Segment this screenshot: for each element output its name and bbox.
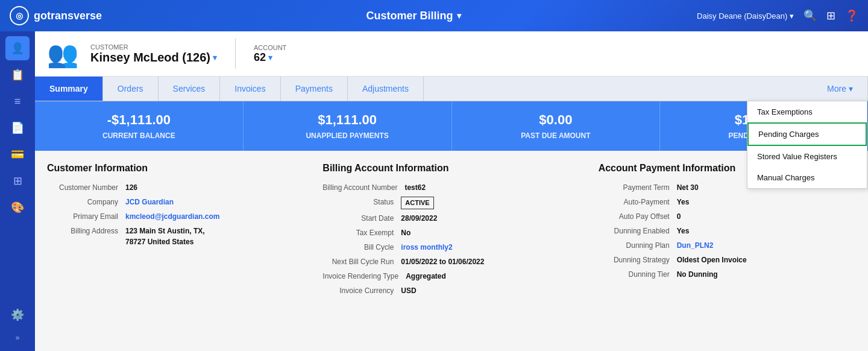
billing-info-section: Billing Account Information Billing Acco… (322, 163, 580, 300)
tab-services[interactable]: Services (159, 77, 221, 101)
more-dropdown-arrow: ▾ (849, 84, 853, 93)
tab-more[interactable]: More ▾ Tax Exemptions Pending Charges St… (813, 77, 868, 101)
info-row-tax-exempt: Tax Exempt No (322, 227, 580, 238)
key-company: Company (47, 197, 125, 207)
key-dunning-tier: Dunning Tier (599, 269, 677, 280)
val-billing-account: test62 (404, 182, 426, 193)
val-status: ACTIVE (401, 197, 433, 209)
val-dunning-tier: No Dunning (677, 269, 718, 280)
more-dropdown-menu: Tax Exemptions Pending Charges Stored Va… (747, 101, 867, 189)
unapplied-payments-amount: $1,111.00 (256, 112, 439, 128)
val-email[interactable]: kmcleod@jcdguardian.com (125, 211, 219, 222)
key-invoice-rendering: Invoice Rendering Type (322, 271, 406, 282)
val-dunning-enabled: Yes (677, 226, 690, 236)
val-next-bill-cycle: 01/05/2022 to 01/06/2022 (401, 256, 484, 267)
sidebar-item-calculator[interactable]: ⊞ (5, 169, 30, 193)
dropdown-item-manual-charges[interactable]: Manual Charges (747, 167, 867, 188)
status-badge: ACTIVE (401, 197, 433, 209)
info-row-dunning-strategy: Dunning Strategy Oldest Open Invoice (599, 255, 856, 265)
sidebar-item-document[interactable]: 📄 (5, 116, 30, 140)
content-area: Customer Information Customer Number 126… (35, 151, 868, 312)
sidebar-expand-button[interactable]: » (5, 329, 30, 346)
val-start-date: 28/09/2022 (401, 213, 437, 224)
nav-title: Customer Billing (366, 10, 453, 22)
tabs-spacer (424, 77, 813, 101)
sidebar-item-gear[interactable]: ⚙️ (5, 303, 30, 327)
sidebar-item-people[interactable]: 👤 (5, 36, 30, 60)
key-bill-cycle: Bill Cycle (322, 242, 401, 253)
val-company[interactable]: JCD Guardian (125, 197, 174, 207)
card-past-due: $0.00 Past Due Amount (452, 101, 661, 151)
info-row-company: Company JCD Guardian (47, 197, 304, 207)
key-payment-term: Payment Term (599, 182, 677, 193)
key-email: Primary Email (47, 211, 125, 222)
user-label[interactable]: Daisy Deane (DaisyDean) ▾ (697, 11, 794, 21)
info-row-invoice-currency: Invoice Currency USD (322, 285, 580, 296)
logo-icon: ◎ (10, 6, 29, 25)
card-current-balance: -$1,111.00 Current Balance (35, 101, 244, 151)
info-row-auto-payment: Auto-Payment Yes (599, 197, 856, 207)
tab-payments[interactable]: Payments (281, 77, 348, 101)
key-tax-exempt: Tax Exempt (322, 227, 401, 238)
val-bill-cycle[interactable]: iross monthly2 (401, 242, 452, 253)
customer-info-section: Customer Information Customer Number 126… (47, 163, 304, 300)
customer-name-text: Kinsey McLeod (126) (90, 51, 210, 65)
dropdown-item-tax-exemptions[interactable]: Tax Exemptions (747, 101, 867, 122)
tab-summary[interactable]: Summary (35, 77, 103, 101)
val-customer-number: 126 (125, 182, 137, 193)
info-row-invoice-rendering: Invoice Rendering Type Aggregated (322, 271, 580, 282)
app-name: gotransverse (34, 10, 102, 22)
info-row-next-bill-cycle: Next Bill Cycle Run 01/05/2022 to 01/06/… (322, 256, 580, 267)
logo-area: ◎ gotransverse (10, 6, 130, 25)
header-divider (235, 39, 236, 69)
customer-info-heading: Customer Information (47, 163, 304, 174)
dropdown-item-pending-charges[interactable]: Pending Charges (747, 122, 867, 146)
grid-icon[interactable]: ⊞ (826, 9, 835, 22)
customer-name: Kinsey McLeod (126) ▾ (90, 51, 217, 65)
key-address: Billing Address (47, 226, 125, 236)
val-dunning-plan[interactable]: Dun_PLN2 (677, 240, 714, 251)
past-due-label: Past Due Amount (464, 131, 648, 140)
sidebar-item-list[interactable]: ≡ (5, 89, 30, 113)
info-row-billing-account: Billing Account Number test62 (322, 182, 580, 193)
account-dropdown-arrow[interactable]: ▾ (268, 53, 272, 62)
customer-header: 👥 CUSTOMER Kinsey McLeod (126) ▾ ACCOUNT… (35, 31, 868, 77)
val-dunning-strategy: Oldest Open Invoice (677, 255, 747, 265)
account-num-text: 62 (254, 51, 266, 64)
nav-title-area: Customer Billing ▾ (130, 10, 697, 22)
search-icon[interactable]: 🔍 (804, 9, 817, 22)
card-unapplied-payments: $1,111.00 Unapplied Payments (244, 101, 452, 151)
sidebar-item-copy[interactable]: 📋 (5, 63, 30, 87)
account-label: ACCOUNT (254, 44, 286, 51)
account-number: 62 ▾ (254, 51, 286, 64)
info-row-dunning-plan: Dunning Plan Dun_PLN2 (599, 240, 856, 251)
key-dunning-plan: Dunning Plan (599, 240, 677, 251)
val-address: 123 Main St Austin, TX,78727 United Stat… (125, 226, 205, 247)
info-row-status: Status ACTIVE (322, 197, 580, 209)
key-next-bill-cycle: Next Bill Cycle Run (322, 256, 401, 267)
key-dunning-enabled: Dunning Enabled (599, 226, 677, 236)
sidebar-item-card[interactable]: 💳 (5, 142, 30, 166)
tab-orders[interactable]: Orders (103, 77, 159, 101)
val-auto-pay-offset: 0 (677, 211, 681, 222)
key-auto-pay-offset: Auto Pay Offset (599, 211, 677, 222)
sidebar-item-palette[interactable]: 🎨 (5, 195, 30, 220)
tab-invoices[interactable]: Invoices (220, 77, 280, 101)
current-balance-amount: -$1,111.00 (47, 112, 231, 128)
dropdown-item-stored-value[interactable]: Stored Value Registers (747, 146, 867, 167)
account-details: ACCOUNT 62 ▾ (254, 44, 286, 64)
sidebar: 👤 📋 ≡ 📄 💳 ⊞ 🎨 ⚙️ » (0, 31, 35, 351)
customer-details: CUSTOMER Kinsey McLeod (126) ▾ (90, 43, 217, 65)
tab-adjustments[interactable]: Adjustments (348, 77, 424, 101)
nav-title-arrow[interactable]: ▾ (457, 11, 461, 21)
help-icon[interactable]: ❓ (845, 9, 858, 22)
val-tax-exempt: No (401, 227, 410, 238)
info-row-customer-number: Customer Number 126 (47, 182, 304, 193)
info-row-email: Primary Email kmcleod@jcdguardian.com (47, 211, 304, 222)
key-auto-payment: Auto-Payment (599, 197, 677, 207)
key-start-date: Start Date (322, 213, 401, 224)
customer-dropdown-arrow[interactable]: ▾ (213, 53, 217, 62)
val-auto-payment: Yes (677, 197, 690, 207)
info-row-start-date: Start Date 28/09/2022 (322, 213, 580, 224)
key-status: Status (322, 197, 401, 207)
